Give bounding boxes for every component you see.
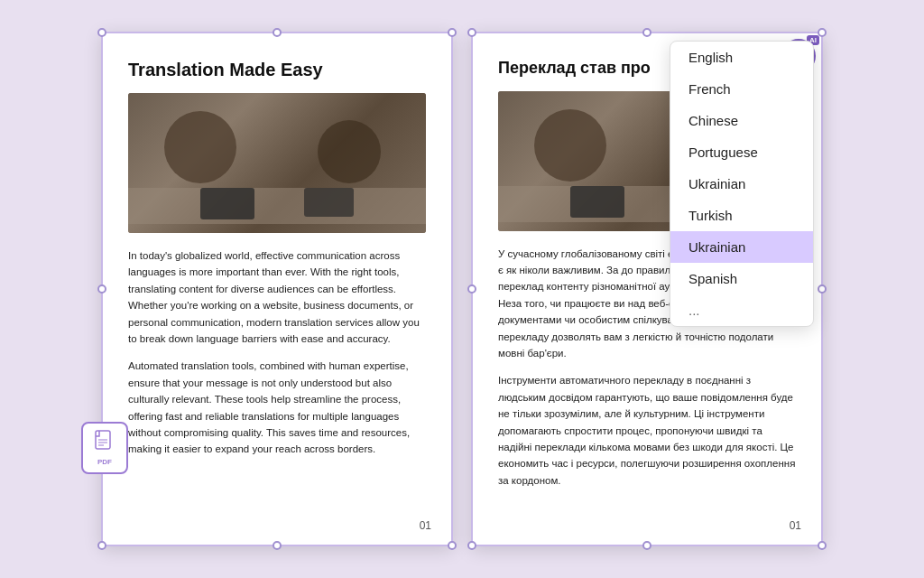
page2-wrapper: Переклад став про У сучасному глобалізов… bbox=[471, 32, 823, 546]
pdf-label: PDF bbox=[97, 458, 112, 466]
corner-dot-tm bbox=[273, 28, 282, 37]
page2-corner-dot-ml bbox=[467, 284, 476, 294]
language-dropdown: English French Chinese Portuguese Ukrain… bbox=[670, 41, 814, 327]
page2-corner-dot-bl bbox=[467, 541, 476, 550]
page2-corner-dot-tm bbox=[642, 28, 651, 37]
dropdown-item-ukrainian[interactable]: Ukrainian bbox=[670, 168, 813, 200]
page1-para2: Automated translation tools, combined wi… bbox=[128, 358, 426, 457]
page1-body: In today's globalized world, effective c… bbox=[128, 247, 426, 458]
dropdown-item-spanish[interactable]: Spanish bbox=[670, 263, 813, 294]
dropdown-item-portuguese[interactable]: Portuguese bbox=[670, 136, 813, 168]
page1-image bbox=[128, 93, 426, 233]
page1-number: 01 bbox=[420, 519, 431, 532]
pages-container: Translation Made Easy In today's globali… bbox=[65, 5, 859, 573]
page2-image-laptop1 bbox=[570, 186, 624, 218]
page1-para1: In today's globalized world, effective c… bbox=[128, 247, 426, 347]
pdf-icon[interactable]: PDF bbox=[81, 422, 128, 474]
page2-corner-dot-br bbox=[818, 541, 827, 550]
corner-dot-tl bbox=[97, 28, 106, 37]
image-people bbox=[128, 93, 426, 233]
image-desk bbox=[128, 188, 426, 224]
page2-corner-dot-bm bbox=[642, 541, 651, 550]
image-laptop2 bbox=[304, 188, 354, 217]
dropdown-item-french[interactable]: French bbox=[670, 73, 813, 105]
corner-dot-bm bbox=[273, 541, 282, 550]
image-laptop1 bbox=[200, 188, 254, 219]
corner-dot-tr bbox=[448, 28, 457, 37]
page2-corner-dot-tl bbox=[467, 28, 476, 37]
corner-dot-br bbox=[448, 541, 457, 550]
page2-para2: Інструменти автоматичного перекладу в по… bbox=[498, 372, 796, 489]
page2-corner-dot-mr bbox=[818, 284, 827, 294]
dropdown-item-chinese[interactable]: Chinese bbox=[670, 105, 813, 136]
page1-wrapper: Translation Made Easy In today's globali… bbox=[101, 32, 453, 546]
dropdown-item-ukrainian-selected[interactable]: Ukrainian bbox=[670, 231, 813, 263]
page2-number: 01 bbox=[790, 519, 801, 532]
corner-dot-ml bbox=[97, 284, 106, 294]
dropdown-item-turkish[interactable]: Turkish bbox=[670, 200, 813, 231]
dropdown-item-ellipsis[interactable]: ... bbox=[670, 294, 813, 326]
page1: Translation Made Easy In today's globali… bbox=[101, 32, 453, 546]
dropdown-item-english[interactable]: English bbox=[670, 42, 813, 73]
corner-dot-bl bbox=[97, 541, 106, 550]
pdf-icon-symbol bbox=[95, 430, 115, 458]
page1-title: Translation Made Easy bbox=[128, 59, 426, 80]
